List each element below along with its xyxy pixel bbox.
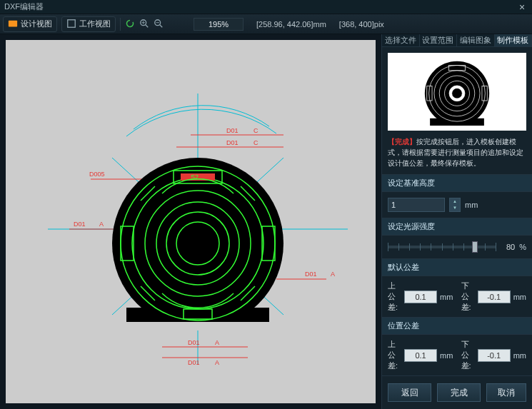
svg-text:A: A (215, 339, 219, 346)
svg-rect-0 (9, 20, 17, 26)
design-view-button[interactable]: 设计视图 (3, 16, 57, 32)
svg-line-7 (160, 24, 163, 27)
section-base-height: 设定基准高度 (382, 174, 532, 192)
svg-text:C: C (254, 139, 259, 146)
pos-upper-tol-label: 上公差: (388, 339, 401, 371)
finish-button[interactable]: 完成 (437, 383, 481, 402)
unit-mm: mm (465, 201, 478, 209)
coord-px: [368, 400]pix (339, 20, 384, 29)
work-view-icon (66, 19, 76, 30)
design-view-icon (8, 19, 18, 30)
default-upper-tol-input[interactable] (404, 291, 437, 303)
unit-percent: % (519, 243, 526, 251)
svg-text:D01: D01 (305, 271, 317, 278)
svg-text:D005: D005 (89, 171, 105, 178)
separator (120, 18, 121, 31)
tab-select-file[interactable]: 选择文件 (382, 34, 420, 46)
preview-thumbnail (388, 53, 526, 131)
window-title: DXF编辑器 (4, 1, 44, 12)
svg-line-3 (146, 24, 149, 27)
instruction-prefix: 【完成】 (388, 138, 416, 146)
svg-text:D01: D01 (74, 221, 86, 228)
default-lower-tol-input[interactable] (478, 291, 511, 303)
coord-mm: [258.96, 442.06]mm (256, 20, 326, 29)
zoom-display[interactable]: 195% (194, 18, 244, 31)
svg-rect-1 (68, 19, 76, 27)
section-light: 设定光源强度 (382, 218, 532, 236)
design-view-label: 设计视图 (21, 19, 52, 29)
toolbar: 设计视图 工作视图 195% [258.96, 442.06]mm [368, … (0, 14, 532, 34)
base-height-input[interactable] (388, 198, 445, 212)
svg-text:A: A (99, 221, 104, 228)
bottom-buttons: 返回 完成 取消 (382, 375, 532, 409)
canvas-area[interactable]: D005 D01C D01C D01A D01A D01A D01A S2 (0, 34, 382, 409)
light-value: 80 (501, 243, 515, 251)
zoom-in-icon[interactable] (139, 19, 149, 30)
close-icon[interactable]: × (516, 1, 528, 13)
upper-tol-label: 上公差: (388, 281, 401, 313)
lower-tol-label: 下公差: (461, 281, 475, 313)
title-bar: DXF编辑器 × (0, 0, 532, 14)
base-height-spinner[interactable]: ▲▼ mm (388, 198, 526, 212)
pos-lower-tol-input[interactable] (478, 349, 511, 362)
svg-text:S2: S2 (191, 173, 199, 181)
svg-text:D01: D01 (188, 359, 200, 366)
tab-make-template[interactable]: 制作模板 (495, 34, 533, 46)
instruction-text: 【完成】按完成按钮后，进入模板创建模式，请根据需要进行测量项目的追加和设定设计值… (382, 136, 532, 174)
pos-lower-tol-label: 下公差: (461, 339, 475, 371)
cancel-button[interactable]: 取消 (486, 383, 526, 402)
spinner-buttons[interactable]: ▲▼ (449, 198, 461, 212)
side-tabs: 选择文件 设置范围 编辑图象 制作模板 (382, 34, 532, 47)
svg-rect-22 (112, 322, 283, 330)
svg-text:D01: D01 (226, 139, 239, 146)
default-tol-row: 上公差: mm 下公差: mm (382, 276, 532, 317)
svg-text:A: A (331, 271, 335, 278)
svg-text:D01: D01 (188, 339, 200, 346)
back-button[interactable]: 返回 (388, 383, 431, 402)
part-drawing: D005 D01C D01C D01A D01A D01A D01A S2 (48, 79, 348, 379)
refresh-icon[interactable] (125, 19, 135, 30)
svg-text:D01: D01 (226, 127, 239, 134)
zoom-out-icon[interactable] (154, 19, 164, 30)
svg-text:C: C (254, 127, 259, 134)
side-panel: 选择文件 设置范围 编辑图象 制作模板 【完成】按完成 (382, 34, 532, 409)
light-slider[interactable] (388, 246, 496, 248)
work-view-button[interactable]: 工作视图 (61, 16, 116, 32)
pos-tol-row: 上公差: mm 下公差: mm (382, 335, 532, 375)
section-pos-tol: 位置公差 (382, 317, 532, 335)
section-default-tol: 默认公差 (382, 258, 532, 276)
tab-set-range[interactable]: 设置范围 (420, 34, 458, 46)
svg-point-55 (452, 88, 463, 99)
pos-upper-tol-input[interactable] (404, 349, 437, 362)
work-view-label: 工作视图 (79, 19, 111, 29)
svg-rect-49 (430, 118, 484, 126)
tab-edit-image[interactable]: 编辑图象 (457, 34, 495, 46)
svg-text:A: A (215, 359, 219, 366)
